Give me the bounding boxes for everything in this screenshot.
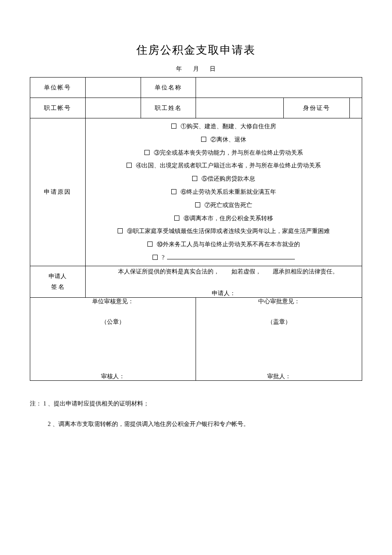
unit-approval-cell: 单位审核意见： （公章） 审核人： [30, 297, 196, 380]
worker-name-label: 职工姓名 [141, 98, 196, 118]
reason-option-9: ⑨职工家庭享受城镇最低生活保障或者连续失业两年以上，家庭生活严重困难 [89, 226, 358, 236]
checkbox-icon[interactable] [195, 202, 200, 207]
row-unit: 单位帐号 单位名称 [30, 78, 362, 98]
checkbox-icon[interactable] [171, 124, 176, 129]
row-approval: 单位审核意见： （公章） 审核人： 中心审批意见： （盖章） 审批人： [30, 297, 362, 380]
reason-label: 申请原因 [30, 118, 86, 266]
applicant-label: 申请人： [89, 290, 358, 297]
date-month-label: 月 [193, 66, 199, 72]
note-2: 2 、调离本市支取需转帐的，需提供调入地住房公积金开户银行和专户帐号。 [48, 418, 362, 430]
reason-text-1: ①购买、建造、翻建、大修自住住房 [181, 123, 276, 129]
statement-part3: 愿承担相应的法律责任。 [273, 268, 338, 275]
date-line: 年 月 日 [30, 65, 362, 73]
signature-label-line2: 签 名 [34, 282, 82, 292]
statement-part1: 本人保证所提供的资料是真实合法的， [118, 268, 219, 275]
notes-section: 注： 1 、提出申请时应提供相关的证明材料； 2 、调离本市支取需转帐的，需提供… [30, 398, 362, 430]
row-signature: 申请人 签 名 本人保证所提供的资料是真实合法的， 如若虚假， 愿承担相应的法律… [30, 266, 362, 297]
reason-text-4: ④出国、出境定居或者职工户籍迁出本省，并与所在单位终止劳动关系 [136, 162, 321, 169]
unit-reviewer-label: 审核人： [34, 373, 192, 380]
reason-option-other: ? [89, 253, 358, 263]
reason-text-7: ⑦死亡或宣告死亡 [205, 202, 252, 208]
id-label: 身份证号 [284, 98, 349, 118]
checkbox-icon[interactable] [192, 176, 197, 181]
checkbox-icon[interactable] [144, 150, 150, 155]
checkbox-icon[interactable] [127, 163, 132, 168]
application-form-table: 单位帐号 单位名称 职工帐号 职工姓名 身份证号 申请原因 ①购买、建造、翻建、… [30, 77, 362, 381]
signature-label: 申请人 签 名 [30, 266, 86, 297]
reason-text-5: ⑤偿还购房贷款本息 [202, 175, 255, 182]
reason-option-5: ⑤偿还购房贷款本息 [89, 174, 358, 184]
checkbox-icon[interactable] [118, 228, 123, 233]
reason-option-10: ⑩外来务工人员与单位终止劳动关系不再在本市就业的 [89, 239, 358, 250]
reason-option-3: ③完全或基本丧失劳动能力，并与所在单位终止劳动关系 [89, 148, 358, 158]
worker-account-label: 职工帐号 [30, 98, 86, 118]
reason-option-8: ⑧调离本市，住房公积金关系转移 [89, 213, 358, 224]
row-worker: 职工帐号 职工姓名 身份证号 [30, 98, 362, 118]
unit-name-label: 单位名称 [141, 78, 196, 98]
unit-account-value[interactable] [85, 78, 141, 98]
reason-option-7: ⑦死亡或宣告死亡 [89, 200, 358, 210]
center-approval-title: 中心审批意见： [199, 298, 358, 305]
reason-text-2: ②离休、退休 [210, 136, 246, 143]
reason-option-2: ②离休、退休 [89, 135, 358, 145]
signature-cell: 本人保证所提供的资料是真实合法的， 如若虚假， 愿承担相应的法律责任。 申请人： [85, 266, 362, 297]
id-value[interactable] [349, 98, 362, 118]
center-seal-label: （盖章） [199, 318, 358, 326]
page-title: 住房公积金支取申请表 [30, 43, 362, 58]
reason-cell: ①购买、建造、翻建、大修自住住房 ②离休、退休 ③完全或基本丧失劳动能力，并与所… [85, 118, 362, 266]
unit-seal-label: （公章） [34, 318, 192, 326]
checkbox-icon[interactable] [153, 255, 158, 260]
unit-approval-title: 单位审核意见： [34, 298, 192, 305]
unit-name-value[interactable] [196, 78, 362, 98]
reason-option-4: ④出国、出境定居或者职工户籍迁出本省，并与所在单位终止劳动关系 [89, 161, 358, 171]
reason-text-10: ⑩外来务工人员与单位终止劳动关系不再在本市就业的 [157, 241, 300, 247]
reason-text-6: ⑥终止劳动关系后未重新就业满五年 [181, 189, 276, 195]
date-year-label: 年 [176, 66, 182, 72]
reason-other-fill[interactable] [167, 259, 295, 259]
reason-option-6: ⑥终止劳动关系后未重新就业满五年 [89, 187, 358, 197]
signature-statement: 本人保证所提供的资料是真实合法的， 如若虚假， 愿承担相应的法律责任。 [89, 266, 358, 277]
reason-text-9: ⑨职工家庭享受城镇最低生活保障或者连续失业两年以上，家庭生活严重困难 [127, 228, 330, 234]
note-1: 注： 1 、提出申请时应提供相关的证明材料； [30, 398, 362, 410]
reason-option-1: ①购买、建造、翻建、大修自住住房 [89, 121, 358, 132]
statement-part2: 如若虚假， [231, 268, 261, 275]
row-reason: 申请原因 ①购买、建造、翻建、大修自住住房 ②离休、退休 ③完全或基本丧失劳动能… [30, 118, 362, 266]
reason-text-8: ⑧调离本市，住房公积金关系转移 [184, 215, 273, 221]
reason-text-3: ③完全或基本丧失劳动能力，并与所在单位终止劳动关系 [154, 150, 303, 156]
center-approval-cell: 中心审批意见： （盖章） 审批人： [196, 297, 362, 380]
checkbox-icon[interactable] [171, 189, 176, 194]
center-reviewer-label: 审批人： [199, 373, 358, 380]
checkbox-icon[interactable] [201, 137, 206, 142]
checkbox-icon[interactable] [147, 242, 153, 247]
checkbox-icon[interactable] [174, 216, 179, 221]
date-day-label: 日 [210, 66, 216, 72]
reason-other-prefix: ? [162, 254, 164, 261]
unit-account-label: 单位帐号 [30, 78, 86, 98]
worker-account-value[interactable] [85, 98, 141, 118]
signature-label-line1: 申请人 [34, 271, 82, 282]
worker-name-value[interactable] [196, 98, 284, 118]
